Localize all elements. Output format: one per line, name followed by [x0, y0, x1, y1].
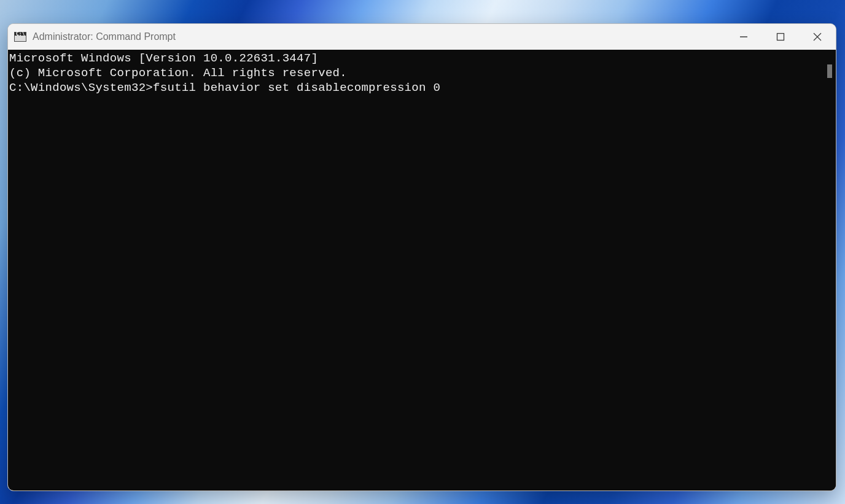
prompt-line: C:\Windows\System32>fsutil behavior set …: [9, 80, 824, 95]
command-prompt-window: C:\ Administrator: Command Prompt: [7, 23, 836, 491]
prompt-path: C:\Windows\System32>: [9, 81, 153, 95]
maximize-icon: [776, 33, 785, 41]
banner-line-2: (c) Microsoft Corporation. All rights re…: [9, 66, 824, 80]
client-area: Microsoft Windows [Version 10.0.22631.34…: [8, 50, 836, 490]
desktop-background: C:\ Administrator: Command Prompt: [0, 0, 845, 504]
window-title: Administrator: Command Prompt: [33, 31, 176, 42]
banner-line-1: Microsoft Windows [Version 10.0.22631.34…: [9, 51, 824, 66]
minimize-icon: [739, 33, 748, 41]
command-text: fsutil behavior set disablecompression 0: [153, 81, 440, 95]
svg-rect-1: [777, 34, 784, 41]
maximize-button[interactable]: [762, 24, 799, 50]
terminal-output[interactable]: Microsoft Windows [Version 10.0.22631.34…: [8, 50, 824, 490]
close-button[interactable]: [799, 24, 836, 50]
window-controls: [725, 24, 836, 50]
cmd-icon: C:\: [14, 32, 26, 42]
cmd-icon-label: C:\: [16, 33, 25, 36]
scrollbar-thumb[interactable]: [827, 64, 832, 78]
scrollbar-track[interactable]: [824, 50, 836, 490]
close-icon: [813, 33, 822, 41]
minimize-button[interactable]: [725, 24, 762, 50]
titlebar[interactable]: C:\ Administrator: Command Prompt: [8, 24, 836, 50]
